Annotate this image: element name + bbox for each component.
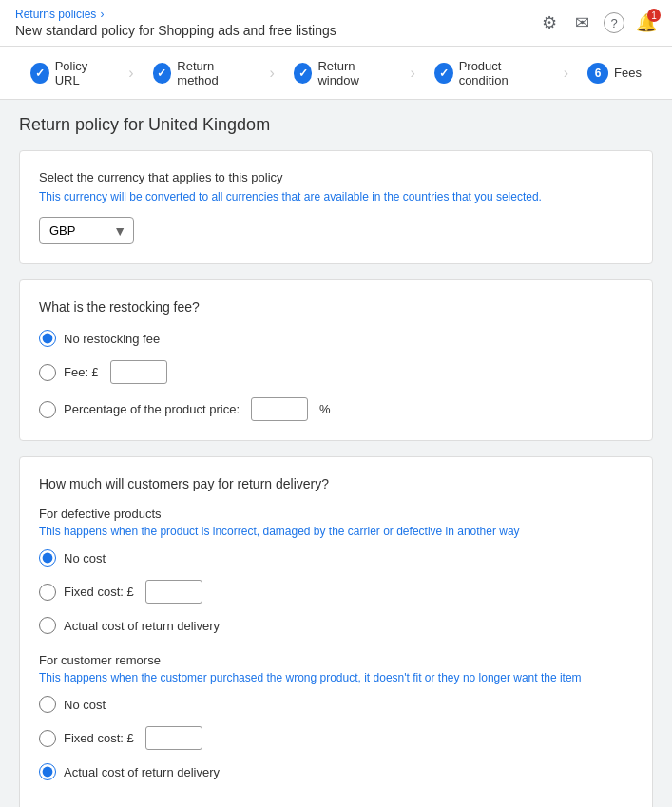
- remorse-option-fixed: Fixed cost: £: [39, 726, 633, 750]
- remorse-option-no-cost: No cost: [39, 696, 633, 713]
- breadcrumb-arrow: ›: [100, 8, 104, 21]
- divider-1: ›: [128, 65, 133, 82]
- restocking-label-pct: Percentage of the product price:: [64, 402, 240, 416]
- defective-radio-no-cost[interactable]: [39, 549, 56, 567]
- remorse-section: For customer remorse This happens when t…: [39, 653, 633, 780]
- notification-badge: 1: [647, 9, 661, 22]
- settings-icon[interactable]: ⚙: [539, 12, 560, 33]
- restocking-radio-fee-amount[interactable]: [39, 364, 56, 381]
- remorse-radio-group: No cost Fixed cost: £ Actual cost of ret…: [39, 696, 633, 780]
- notification-wrapper[interactable]: 🔔 1: [636, 12, 657, 33]
- help-icon[interactable]: ?: [604, 12, 624, 33]
- step-circle-product-condition: ✓: [434, 63, 453, 84]
- step-label-return-method: Return method: [177, 59, 250, 87]
- step-circle-return-method: ✓: [153, 63, 172, 84]
- divider-2: ›: [269, 65, 274, 82]
- defective-label-no-cost: No cost: [64, 551, 106, 566]
- defective-desc: This happens when the product is incorre…: [39, 525, 633, 538]
- header-left: Returns policies › New standard policy f…: [15, 8, 336, 38]
- step-label-policy-url: Policy URL: [55, 59, 110, 87]
- delivery-card: How much will customers pay for return d…: [19, 456, 653, 807]
- defective-option-fixed: Fixed cost: £: [39, 580, 633, 604]
- currency-card: Select the currency that applies to this…: [19, 150, 653, 264]
- defective-section: For defective products This happens when…: [39, 507, 633, 634]
- currency-info: This currency will be converted to all c…: [39, 190, 633, 203]
- header-icons: ⚙ ✉ ? 🔔 1: [539, 12, 657, 33]
- divider-4: ›: [564, 65, 568, 82]
- remorse-radio-actual[interactable]: [39, 763, 56, 780]
- restocking-radio-group: No restocking fee Fee: £ Percentage of t…: [39, 330, 633, 421]
- currency-select[interactable]: GBP USD EUR: [39, 217, 134, 244]
- step-label-return-window: Return window: [317, 59, 391, 87]
- defective-option-actual: Actual cost of return delivery: [39, 617, 633, 634]
- remorse-label-actual: Actual cost of return delivery: [64, 765, 220, 779]
- step-circle-return-window: ✓: [294, 63, 313, 84]
- remorse-radio-no-cost[interactable]: [39, 696, 56, 713]
- defective-radio-fixed[interactable]: [39, 584, 56, 601]
- step-fees[interactable]: 6 Fees: [572, 63, 657, 84]
- restocking-card: What is the restocking fee? No restockin…: [19, 279, 653, 441]
- restocking-radio-pct[interactable]: [39, 401, 56, 418]
- step-return-method[interactable]: ✓ Return method: [138, 59, 266, 87]
- page-content: Return policy for United Kingdom Select …: [0, 100, 672, 807]
- remorse-label-no-cost: No cost: [64, 698, 106, 712]
- defective-label: For defective products: [39, 507, 633, 521]
- restocking-label-fee-amount: Fee: £: [64, 365, 99, 379]
- defective-fixed-input[interactable]: [145, 580, 202, 604]
- step-label-product-condition: Product condition: [459, 59, 545, 87]
- restocking-label-no-fee: No restocking fee: [64, 332, 160, 346]
- stepper: ✓ Policy URL › ✓ Return method › ✓ Retur…: [0, 47, 672, 100]
- currency-dropdown-wrapper[interactable]: GBP USD EUR ▼: [39, 217, 134, 244]
- defective-label-actual: Actual cost of return delivery: [64, 619, 220, 633]
- restocking-pct-input[interactable]: [251, 397, 308, 421]
- step-return-window[interactable]: ✓ Return window: [278, 59, 407, 87]
- step-policy-url[interactable]: ✓ Policy URL: [15, 59, 125, 87]
- step-label-fees: Fees: [614, 66, 642, 80]
- page-title: Return policy for United Kingdom: [19, 115, 653, 135]
- remorse-option-actual: Actual cost of return delivery: [39, 763, 633, 780]
- defective-radio-actual[interactable]: [39, 617, 56, 634]
- restocking-option-fee-amount: Fee: £: [39, 360, 633, 384]
- defective-option-no-cost: No cost: [39, 549, 633, 567]
- pct-symbol: %: [319, 402, 331, 416]
- step-circle-policy-url: ✓: [30, 63, 49, 84]
- breadcrumb[interactable]: Returns policies ›: [15, 8, 336, 21]
- restocking-option-pct: Percentage of the product price: %: [39, 397, 633, 421]
- defective-label-fixed: Fixed cost: £: [64, 585, 134, 599]
- delivery-question: How much will customers pay for return d…: [39, 476, 633, 491]
- remorse-label-fixed: Fixed cost: £: [64, 731, 134, 745]
- remorse-fixed-input[interactable]: [145, 726, 202, 750]
- step-circle-fees: 6: [587, 63, 608, 84]
- step-product-condition[interactable]: ✓ Product condition: [419, 59, 560, 87]
- mail-icon[interactable]: ✉: [571, 12, 592, 33]
- header: Returns policies › New standard policy f…: [0, 0, 672, 47]
- restocking-fee-input[interactable]: [110, 360, 167, 384]
- remorse-desc: This happens when the customer purchased…: [39, 671, 633, 684]
- defective-radio-group: No cost Fixed cost: £ Actual cost of ret…: [39, 549, 633, 634]
- divider-3: ›: [411, 65, 415, 82]
- restocking-option-no-fee: No restocking fee: [39, 330, 633, 347]
- header-title: New standard policy for Shopping ads and…: [15, 23, 336, 38]
- remorse-label: For customer remorse: [39, 653, 633, 667]
- currency-subtitle: Select the currency that applies to this…: [39, 170, 633, 184]
- breadcrumb-label[interactable]: Returns policies: [15, 8, 96, 21]
- restocking-question: What is the restocking fee?: [39, 299, 633, 315]
- remorse-radio-fixed[interactable]: [39, 730, 56, 747]
- restocking-radio-no-fee[interactable]: [39, 330, 56, 347]
